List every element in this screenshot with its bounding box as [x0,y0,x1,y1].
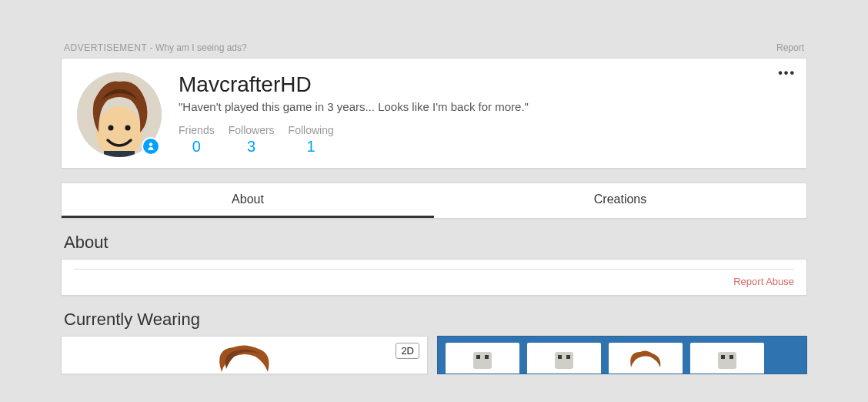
profile-info: MavcrafterHD "Haven't played this game i… [179,72,529,156]
why-ads-link[interactable]: Why am I seeing ads? [155,42,247,53]
item-tile[interactable] [527,343,601,374]
svg-point-5 [149,142,152,146]
avatar-hair-icon [199,341,291,374]
stats-row: Friends 0 Followers 3 Following 1 [179,124,529,156]
svg-rect-4 [104,151,135,157]
stat-following[interactable]: Following 1 [289,124,334,156]
avatar-viewer-card: 2D [61,336,428,374]
svg-rect-10 [558,355,562,359]
profile-tabs: About Creations [61,183,807,219]
wearing-items-panel [437,336,807,374]
wearing-section-title: Currently Wearing [64,310,807,330]
user-blurb: "Haven't played this game in 3 years... … [179,100,529,113]
stat-friends[interactable]: Friends 0 [179,124,215,156]
stat-label: Following [289,124,334,136]
tab-about[interactable]: About [62,183,434,218]
item-tile[interactable] [609,343,683,374]
svg-point-1 [96,106,142,157]
about-section-title: About [64,233,807,253]
ad-report-link[interactable]: Report [776,42,804,53]
report-abuse-link[interactable]: Report Abuse [74,276,794,287]
svg-rect-14 [729,355,733,359]
stat-value: 3 [229,138,275,156]
tab-creations[interactable]: Creations [434,183,806,218]
svg-rect-6 [473,352,492,369]
about-card: Report Abuse [61,259,807,296]
toggle-2d-button[interactable]: 2D [396,343,419,359]
stat-followers[interactable]: Followers 3 [229,124,275,156]
svg-rect-13 [721,355,725,359]
divider [74,269,794,270]
ad-bar: ADVERTISEMENT - Why am I seeing ads? Rep… [61,42,807,58]
svg-rect-7 [476,355,480,359]
more-options-icon[interactable]: ••• [778,66,796,80]
svg-rect-11 [566,355,570,359]
avatar-container [77,72,162,157]
svg-point-2 [108,126,114,131]
item-tile[interactable] [446,343,519,374]
item-tile[interactable] [690,343,764,374]
svg-rect-12 [718,352,736,369]
profile-header-card: ••• MavcrafterHD "Haven't pl [61,58,807,169]
svg-rect-9 [555,352,573,369]
stat-value: 0 [179,138,215,156]
svg-point-3 [125,126,131,131]
ad-prefix: ADVERTISEMENT [64,42,147,53]
wearing-row: 2D [61,336,807,388]
svg-rect-8 [485,355,489,359]
online-status-badge [142,137,160,156]
stat-label: Followers [229,124,275,136]
username: MavcrafterHD [179,72,529,97]
stat-value: 1 [289,138,334,156]
stat-label: Friends [179,124,215,136]
